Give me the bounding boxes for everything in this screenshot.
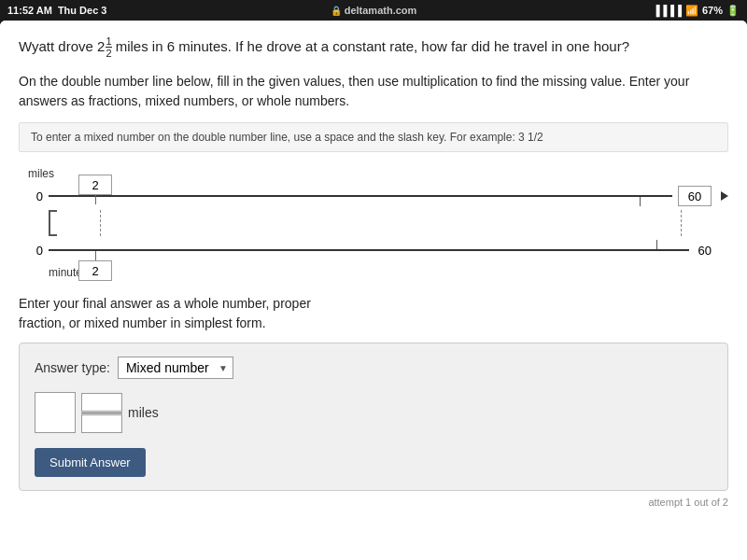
answer-type-row: Answer type: Whole number Proper fractio… — [35, 357, 712, 379]
note-box: To enter a mixed number on the double nu… — [19, 122, 728, 152]
main-content: Wyatt drove 212 miles in 6 minutes. If h… — [0, 21, 747, 560]
top-input-1[interactable] — [78, 175, 112, 195]
top-arrow — [721, 191, 728, 201]
bottom-input-1[interactable] — [78, 260, 112, 281]
answer-type-select-wrapper[interactable]: Whole number Proper fraction Mixed numbe… — [118, 357, 233, 379]
mixed-number-input: miles — [35, 392, 712, 433]
whole-number-input[interactable] — [35, 392, 76, 433]
status-bar-left: 11:52 AM Thu Dec 3 — [7, 5, 106, 16]
wifi-icon: 📶 — [685, 5, 698, 17]
denominator-input[interactable] — [81, 414, 122, 433]
site-url: deltamath.com — [345, 5, 417, 16]
status-bar: 11:52 AM Thu Dec 3 🔒 deltamath.com ▐▐▐▐ … — [0, 0, 747, 21]
battery-icon: 🔋 — [726, 5, 740, 17]
instruction-text: On the double number line below, fill in… — [19, 72, 728, 111]
number-line-diagram: miles 0 — [28, 167, 728, 279]
brace-section — [49, 210, 728, 236]
status-bar-right: ▐▐▐▐ 📶 67% 🔋 — [653, 5, 740, 17]
battery-percent: 67% — [702, 5, 723, 16]
top-end-label — [678, 186, 715, 206]
answer-type-label: Answer type: — [35, 360, 110, 375]
signal-icon: ▐▐▐▐ — [653, 5, 682, 16]
numerator-input[interactable] — [81, 393, 122, 412]
submit-button[interactable]: Submit Answer — [35, 448, 146, 477]
top-zero: 0 — [28, 189, 43, 203]
answer-type-select[interactable]: Whole number Proper fraction Mixed numbe… — [118, 357, 233, 379]
time: 11:52 AM — [7, 5, 52, 16]
fraction-input-box — [81, 393, 122, 433]
lock-icon: 🔒 — [331, 6, 342, 16]
status-bar-center: 🔒 deltamath.com — [331, 5, 417, 16]
question-text: Wyatt drove 212 miles in 6 minutes. If h… — [19, 35, 728, 59]
miles-label: miles — [28, 167, 728, 180]
browser-window: Wyatt drove 212 miles in 6 minutes. If h… — [0, 21, 747, 560]
top-input-2[interactable] — [678, 186, 712, 206]
minutes-label: minutes — [49, 266, 728, 279]
answer-section: Answer type: Whole number Proper fractio… — [19, 343, 728, 491]
fraction-line — [81, 413, 122, 413]
bottom-zero: 0 — [28, 244, 43, 258]
unit-label: miles — [128, 405, 159, 420]
attempt-label: attempt 1 out of 2 — [19, 497, 728, 508]
top-number-line: 0 — [28, 182, 728, 210]
bottom-end-label: 60 — [698, 244, 712, 258]
final-answer-instruction: Enter your final answer as a whole numbe… — [19, 294, 728, 333]
bottom-number-line: 0 60 — [28, 236, 728, 264]
day: Thu Dec 3 — [58, 5, 107, 16]
